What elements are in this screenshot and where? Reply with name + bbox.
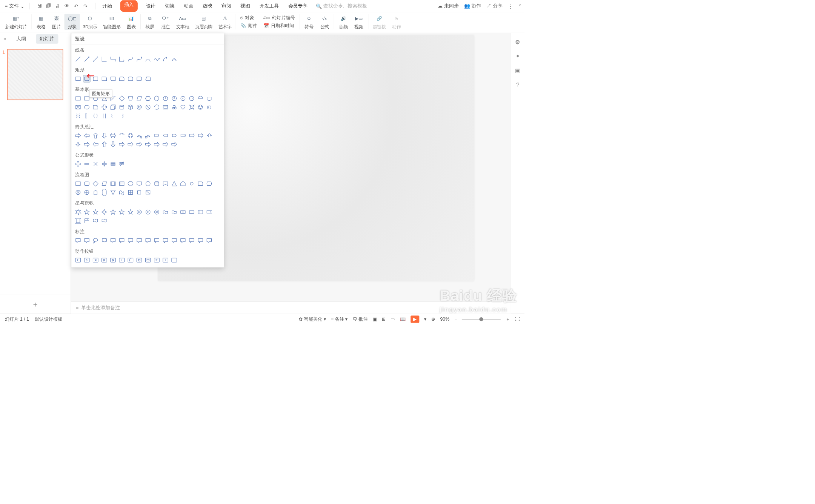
collaborate-button[interactable]: 👥 协作 — [464, 3, 481, 9]
shape-option[interactable] — [127, 104, 134, 110]
shape-option[interactable] — [118, 95, 125, 101]
shape-option[interactable] — [154, 132, 160, 139]
shape-option[interactable] — [101, 113, 108, 119]
shape-option[interactable] — [101, 141, 108, 148]
shape-option[interactable] — [127, 132, 134, 139]
shape-option[interactable] — [197, 180, 204, 187]
shape-option[interactable] — [145, 95, 151, 101]
shape-option[interactable] — [171, 104, 177, 110]
shape-option[interactable] — [136, 180, 142, 187]
outline-tab[interactable]: 大纲 — [12, 34, 30, 43]
shape-option[interactable] — [171, 132, 177, 139]
comments-toggle[interactable]: 🗨 批注 — [353, 316, 368, 323]
shape-option[interactable] — [154, 237, 160, 244]
zoom-slider[interactable] — [462, 319, 501, 320]
shape-option[interactable] — [206, 237, 212, 244]
slides-tab[interactable]: 幻灯片 — [36, 34, 58, 43]
shape-option[interactable] — [127, 189, 134, 195]
audio-button[interactable]: 🔊音频 — [335, 14, 351, 29]
shape-option[interactable] — [145, 180, 151, 187]
shape-option[interactable] — [171, 56, 177, 62]
shape-option[interactable]: ? — [162, 257, 169, 263]
shape-option[interactable] — [206, 209, 212, 215]
picture-button[interactable]: 🖼图片 — [49, 14, 64, 29]
shape-option[interactable] — [118, 189, 125, 195]
shape-option[interactable] — [92, 189, 99, 195]
shape-option[interactable] — [75, 209, 81, 215]
shape-option[interactable] — [127, 56, 134, 62]
shape-option[interactable] — [154, 95, 160, 101]
datetime-button[interactable]: 📅日期和时间 — [263, 23, 295, 29]
shape-option[interactable]: 16 — [136, 209, 142, 215]
help-icon[interactable]: ? — [516, 81, 520, 88]
shape-option[interactable] — [127, 209, 134, 215]
shape-option[interactable] — [101, 257, 108, 263]
shape-option[interactable] — [197, 95, 204, 101]
shape-option[interactable] — [83, 161, 90, 167]
sync-status[interactable]: ☁ 未同步 — [438, 3, 458, 9]
shape-option[interactable] — [110, 257, 116, 263]
shape-option[interactable] — [162, 237, 169, 244]
tab-review[interactable]: 审阅 — [221, 0, 232, 12]
shape-option[interactable] — [171, 209, 177, 215]
shape-option[interactable] — [101, 75, 108, 82]
notes-placeholder[interactable]: 单击此处添加备注 — [81, 304, 120, 311]
shape-option[interactable]: 8 — [171, 95, 177, 101]
shape-option[interactable] — [136, 132, 142, 139]
undo-icon[interactable]: ↶ — [73, 3, 79, 9]
shape-option[interactable] — [206, 132, 212, 139]
shape-option[interactable] — [118, 237, 125, 244]
shape-option[interactable] — [83, 189, 90, 195]
zoom-in-icon[interactable]: ＋ — [506, 316, 510, 323]
shape-option[interactable]: i — [118, 257, 125, 263]
shape-option[interactable] — [136, 257, 142, 263]
shape-option[interactable] — [162, 180, 169, 187]
shape-option[interactable] — [92, 161, 99, 167]
shape-option[interactable] — [83, 113, 90, 119]
shape-option[interactable] — [188, 180, 195, 187]
shape-option[interactable] — [118, 75, 125, 82]
sparkle-icon[interactable]: ✦ — [515, 53, 520, 60]
zoom-fit-icon[interactable]: ⊕ — [431, 316, 435, 322]
shape-option[interactable] — [154, 56, 160, 62]
shape-option[interactable] — [75, 161, 81, 167]
slide-thumbnail[interactable]: 1 — [7, 49, 63, 100]
shape-option[interactable] — [188, 132, 195, 139]
shape-option[interactable] — [180, 104, 186, 110]
shape-option[interactable] — [145, 132, 151, 139]
shape-option[interactable] — [145, 75, 151, 82]
shape-option[interactable] — [180, 132, 186, 139]
shape-option[interactable] — [75, 95, 81, 101]
save-icon[interactable]: 🖫 — [36, 3, 42, 9]
tab-animation[interactable]: 动画 — [183, 0, 194, 12]
add-slide-button[interactable]: ＋ — [0, 295, 71, 313]
smartart-button[interactable]: 🗠智能图形 — [100, 14, 123, 29]
tab-view[interactable]: 视图 — [240, 0, 251, 12]
shape-option[interactable] — [101, 218, 108, 224]
shape-option[interactable] — [127, 257, 134, 263]
shape-option[interactable] — [110, 113, 116, 119]
tab-slideshow[interactable]: 放映 — [202, 0, 214, 12]
chart-button[interactable]: 📊图表 — [123, 14, 139, 29]
play-slideshow-button[interactable]: ▶ — [411, 315, 419, 323]
shape-option[interactable] — [110, 75, 116, 82]
shape-option[interactable] — [162, 209, 169, 215]
shape-option[interactable] — [162, 56, 169, 62]
shape-option[interactable] — [118, 209, 125, 215]
zoom-value[interactable]: 90% — [440, 317, 449, 322]
shape-option[interactable] — [101, 161, 108, 167]
shape-option[interactable] — [154, 104, 160, 110]
shape-option[interactable] — [118, 104, 125, 110]
shape-option[interactable] — [110, 56, 116, 62]
shape-option[interactable] — [136, 75, 142, 82]
shape-option[interactable] — [136, 104, 142, 110]
shape-option[interactable] — [110, 237, 116, 244]
shape-option[interactable]: 12 — [188, 95, 195, 101]
shape-option[interactable] — [83, 56, 90, 62]
shape-option[interactable] — [92, 104, 99, 110]
shape-option[interactable] — [83, 104, 90, 110]
shape-option[interactable] — [83, 141, 90, 148]
shape-option[interactable] — [75, 75, 81, 82]
textbox-button[interactable]: A▭文本框 — [173, 14, 192, 29]
wordart-button[interactable]: 𝔸艺术字 — [215, 14, 234, 29]
